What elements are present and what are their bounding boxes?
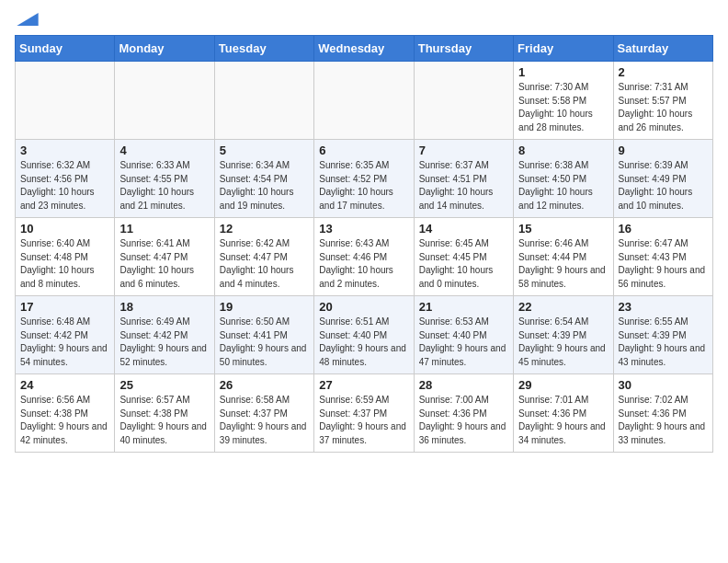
day-number: 25 [119, 378, 209, 392]
calendar-cell: 5Sunrise: 6:34 AMSunset: 4:54 PMDaylight… [214, 140, 313, 218]
calendar-cell: 3Sunrise: 6:32 AMSunset: 4:56 PMDaylight… [16, 140, 115, 218]
day-number: 15 [518, 222, 608, 236]
calendar-cell: 29Sunrise: 7:01 AMSunset: 4:36 PMDayligh… [514, 374, 613, 453]
calendar-week-2: 3Sunrise: 6:32 AMSunset: 4:56 PMDaylight… [16, 140, 713, 218]
day-info: Sunrise: 6:54 AMSunset: 4:39 PMDaylight:… [518, 316, 608, 369]
calendar-cell: 7Sunrise: 6:37 AMSunset: 4:51 PMDaylight… [414, 140, 513, 218]
calendar-cell: 30Sunrise: 7:02 AMSunset: 4:36 PMDayligh… [613, 374, 712, 453]
day-number: 6 [319, 144, 408, 157]
day-info: Sunrise: 6:48 AMSunset: 4:42 PMDaylight:… [20, 316, 109, 369]
calendar-table: SundayMondayTuesdayWednesdayThursdayFrid… [15, 35, 713, 453]
logo [15, 15, 39, 26]
calendar-cell: 28Sunrise: 7:00 AMSunset: 4:36 PMDayligh… [414, 374, 513, 453]
day-number: 16 [619, 222, 708, 236]
calendar-week-5: 24Sunrise: 6:56 AMSunset: 4:38 PMDayligh… [16, 374, 713, 453]
calendar-cell [314, 62, 414, 140]
day-number: 9 [619, 144, 708, 157]
calendar-cell: 14Sunrise: 6:45 AMSunset: 4:45 PMDayligh… [414, 218, 513, 296]
calendar-week-3: 10Sunrise: 6:40 AMSunset: 4:48 PMDayligh… [16, 218, 713, 296]
header-row: SundayMondayTuesdayWednesdayThursdayFrid… [16, 36, 713, 62]
day-header-friday: Friday [514, 36, 613, 62]
day-number: 20 [319, 300, 408, 314]
calendar-cell: 21Sunrise: 6:53 AMSunset: 4:40 PMDayligh… [414, 296, 513, 374]
day-info: Sunrise: 6:57 AMSunset: 4:38 PMDaylight:… [119, 394, 209, 447]
calendar-cell [16, 62, 115, 140]
day-info: Sunrise: 6:39 AMSunset: 4:49 PMDaylight:… [619, 159, 708, 213]
day-number: 11 [119, 222, 209, 236]
calendar-cell: 20Sunrise: 6:51 AMSunset: 4:40 PMDayligh… [314, 296, 414, 374]
day-info: Sunrise: 7:01 AMSunset: 4:36 PMDaylight:… [518, 394, 608, 447]
day-number: 14 [419, 222, 508, 236]
day-header-tuesday: Tuesday [214, 36, 313, 62]
day-info: Sunrise: 7:00 AMSunset: 4:36 PMDaylight:… [419, 394, 508, 447]
day-info: Sunrise: 6:56 AMSunset: 4:38 PMDaylight:… [20, 394, 109, 447]
calendar-cell: 18Sunrise: 6:49 AMSunset: 4:42 PMDayligh… [115, 296, 214, 374]
day-number: 29 [518, 378, 608, 392]
day-number: 1 [518, 65, 608, 79]
calendar-cell: 9Sunrise: 6:39 AMSunset: 4:49 PMDaylight… [613, 140, 712, 218]
day-number: 8 [518, 144, 608, 157]
day-header-monday: Monday [115, 36, 214, 62]
day-header-saturday: Saturday [613, 36, 712, 62]
day-number: 12 [220, 222, 309, 236]
day-number: 23 [619, 300, 708, 314]
day-number: 10 [20, 222, 109, 236]
logo-icon [17, 13, 39, 26]
day-number: 13 [319, 222, 408, 236]
day-number: 3 [20, 144, 109, 157]
calendar-cell: 19Sunrise: 6:50 AMSunset: 4:41 PMDayligh… [214, 296, 313, 374]
day-number: 7 [419, 144, 508, 157]
day-info: Sunrise: 6:58 AMSunset: 4:37 PMDaylight:… [220, 394, 309, 447]
calendar-cell: 16Sunrise: 6:47 AMSunset: 4:43 PMDayligh… [613, 218, 712, 296]
day-number: 18 [119, 300, 209, 314]
day-info: Sunrise: 6:38 AMSunset: 4:50 PMDaylight:… [518, 159, 608, 213]
calendar-week-4: 17Sunrise: 6:48 AMSunset: 4:42 PMDayligh… [16, 296, 713, 374]
calendar-cell: 24Sunrise: 6:56 AMSunset: 4:38 PMDayligh… [16, 374, 115, 453]
day-info: Sunrise: 6:51 AMSunset: 4:40 PMDaylight:… [319, 316, 408, 369]
calendar-cell: 17Sunrise: 6:48 AMSunset: 4:42 PMDayligh… [16, 296, 115, 374]
day-info: Sunrise: 6:49 AMSunset: 4:42 PMDaylight:… [119, 316, 209, 369]
calendar-cell: 8Sunrise: 6:38 AMSunset: 4:50 PMDaylight… [514, 140, 613, 218]
day-number: 24 [20, 378, 109, 392]
calendar-cell: 6Sunrise: 6:35 AMSunset: 4:52 PMDaylight… [314, 140, 414, 218]
day-number: 30 [619, 378, 708, 392]
day-info: Sunrise: 6:53 AMSunset: 4:40 PMDaylight:… [419, 316, 508, 369]
calendar-cell: 4Sunrise: 6:33 AMSunset: 4:55 PMDaylight… [115, 140, 214, 218]
calendar-cell: 25Sunrise: 6:57 AMSunset: 4:38 PMDayligh… [115, 374, 214, 453]
day-number: 19 [220, 300, 309, 314]
day-info: Sunrise: 6:50 AMSunset: 4:41 PMDaylight:… [220, 316, 309, 369]
day-number: 28 [419, 378, 508, 392]
day-header-wednesday: Wednesday [314, 36, 414, 62]
day-info: Sunrise: 6:55 AMSunset: 4:39 PMDaylight:… [619, 316, 708, 369]
day-info: Sunrise: 7:30 AMSunset: 5:58 PMDaylight:… [518, 81, 608, 134]
day-info: Sunrise: 6:35 AMSunset: 4:52 PMDaylight:… [319, 159, 408, 213]
day-info: Sunrise: 6:41 AMSunset: 4:47 PMDaylight:… [119, 237, 209, 291]
day-info: Sunrise: 6:46 AMSunset: 4:44 PMDaylight:… [518, 237, 608, 291]
calendar-cell [115, 62, 214, 140]
day-info: Sunrise: 6:33 AMSunset: 4:55 PMDaylight:… [119, 159, 209, 213]
calendar-cell: 1Sunrise: 7:30 AMSunset: 5:58 PMDaylight… [514, 62, 613, 140]
day-number: 5 [220, 144, 309, 157]
day-info: Sunrise: 6:32 AMSunset: 4:56 PMDaylight:… [20, 159, 109, 213]
calendar-cell: 27Sunrise: 6:59 AMSunset: 4:37 PMDayligh… [314, 374, 414, 453]
day-number: 21 [419, 300, 508, 314]
calendar-cell: 26Sunrise: 6:58 AMSunset: 4:37 PMDayligh… [214, 374, 313, 453]
day-number: 27 [319, 378, 408, 392]
day-info: Sunrise: 6:59 AMSunset: 4:37 PMDaylight:… [319, 394, 408, 447]
day-info: Sunrise: 7:31 AMSunset: 5:57 PMDaylight:… [619, 81, 708, 134]
calendar-cell: 22Sunrise: 6:54 AMSunset: 4:39 PMDayligh… [514, 296, 613, 374]
day-header-thursday: Thursday [414, 36, 513, 62]
day-info: Sunrise: 6:47 AMSunset: 4:43 PMDaylight:… [619, 237, 708, 291]
day-number: 4 [119, 144, 209, 157]
calendar-cell [414, 62, 513, 140]
day-info: Sunrise: 6:40 AMSunset: 4:48 PMDaylight:… [20, 237, 109, 291]
calendar-cell: 23Sunrise: 6:55 AMSunset: 4:39 PMDayligh… [613, 296, 712, 374]
calendar-cell: 10Sunrise: 6:40 AMSunset: 4:48 PMDayligh… [16, 218, 115, 296]
day-number: 26 [220, 378, 309, 392]
day-number: 17 [20, 300, 109, 314]
calendar-cell: 13Sunrise: 6:43 AMSunset: 4:46 PMDayligh… [314, 218, 414, 296]
day-info: Sunrise: 6:34 AMSunset: 4:54 PMDaylight:… [220, 159, 309, 213]
calendar-cell: 11Sunrise: 6:41 AMSunset: 4:47 PMDayligh… [115, 218, 214, 296]
calendar-cell: 2Sunrise: 7:31 AMSunset: 5:57 PMDaylight… [613, 62, 712, 140]
header [15, 15, 713, 26]
